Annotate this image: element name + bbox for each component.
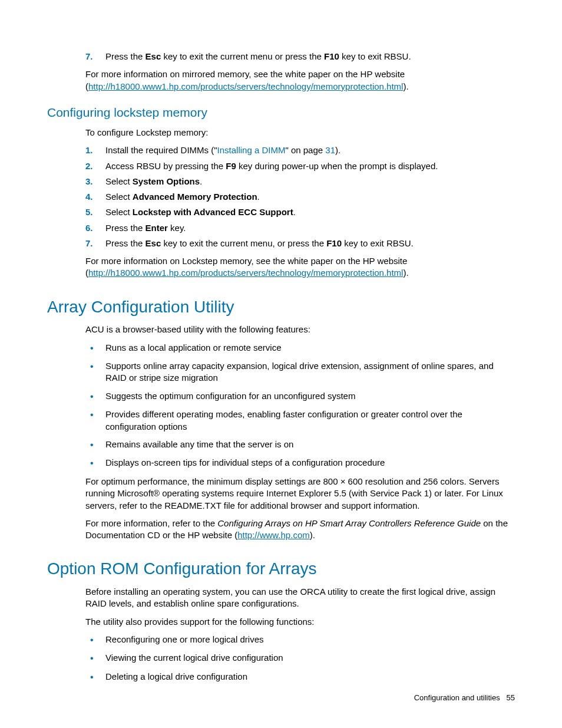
- orca-heading: Option ROM Configuration for Arrays: [47, 558, 515, 580]
- list-item: Reconfiguring one or more logical drives: [85, 634, 515, 647]
- acu-content: ACU is a browser-based utility with the …: [85, 324, 515, 541]
- acu-performance-note: For optimum performance, the minimum dis…: [85, 476, 515, 512]
- acu-feature-list: Runs as a local application or remote se…: [85, 342, 515, 470]
- step-4: 4. Select Advanced Memory Protection.: [85, 191, 515, 203]
- hp-link[interactable]: http://www.hp.com: [237, 530, 310, 540]
- lockstep-content: To configure Lockstep memory: 1. Install…: [85, 127, 515, 279]
- installing-dimm-xref[interactable]: Installing a DIMM: [217, 145, 286, 155]
- lockstep-heading: Configuring lockstep memory: [47, 104, 515, 121]
- step-1: 1. Install the required DIMMs ("Installi…: [85, 144, 515, 156]
- orca-function-list: Reconfiguring one or more logical drives…: [85, 634, 515, 684]
- acu-heading: Array Configuration Utility: [47, 296, 515, 318]
- orca-content: Before installing an operating system, y…: [85, 586, 515, 684]
- memory-protection-link[interactable]: http://h18000.www1.hp.com/products/serve…: [88, 81, 403, 91]
- acu-more-info: For more information, refer to the Confi…: [85, 518, 515, 542]
- memory-protection-link-2[interactable]: http://h18000.www1.hp.com/products/serve…: [88, 268, 403, 278]
- list-item: Displays on-screen tips for individual s…: [85, 457, 515, 470]
- list-item: Suggests the optimum configuration for a…: [85, 390, 515, 403]
- continued-step-list: 7. Press the Esc key to exit the current…: [85, 51, 515, 93]
- step-7: 7. Press the Esc key to exit the current…: [85, 51, 515, 62]
- list-item: Remains available any time that the serv…: [85, 439, 515, 452]
- list-item: Deleting a logical drive configuration: [85, 671, 515, 684]
- list-item: Supports online array capacity expansion…: [85, 360, 515, 384]
- acu-intro: ACU is a browser-based utility with the …: [85, 324, 515, 335]
- step-7: 7. Press the Esc key to exit the current…: [85, 238, 515, 249]
- footer-page: 55: [507, 693, 515, 702]
- step-3: 3. Select System Options.: [85, 176, 515, 187]
- orca-para-1: Before installing an operating system, y…: [85, 586, 515, 610]
- page-footer: Configuration and utilities 55: [414, 693, 515, 703]
- list-item: Provides different operating modes, enab…: [85, 409, 515, 433]
- lockstep-note: For more information on Lockstep memory,…: [85, 255, 515, 279]
- step-5: 5. Select Lockstep with Advanced ECC Sup…: [85, 206, 515, 218]
- step-text: Press the Esc key to exit the current me…: [105, 51, 515, 62]
- step-2: 2. Access RBSU by pressing the F9 key du…: [85, 160, 515, 172]
- page-31-xref[interactable]: 31: [325, 145, 335, 155]
- footer-section: Configuration and utilities: [414, 693, 500, 702]
- lockstep-steps: 1. Install the required DIMMs ("Installi…: [85, 144, 515, 249]
- mirrored-memory-note: For more information on mirrored memory,…: [85, 68, 515, 93]
- step-6: 6. Press the Enter key.: [85, 222, 515, 234]
- step-number: 7.: [85, 51, 105, 62]
- lockstep-intro: To configure Lockstep memory:: [85, 127, 515, 139]
- orca-para-2: The utility also provides support for th…: [85, 616, 515, 628]
- list-item: Runs as a local application or remote se…: [85, 342, 515, 355]
- list-item: Viewing the current logical drive config…: [85, 652, 515, 665]
